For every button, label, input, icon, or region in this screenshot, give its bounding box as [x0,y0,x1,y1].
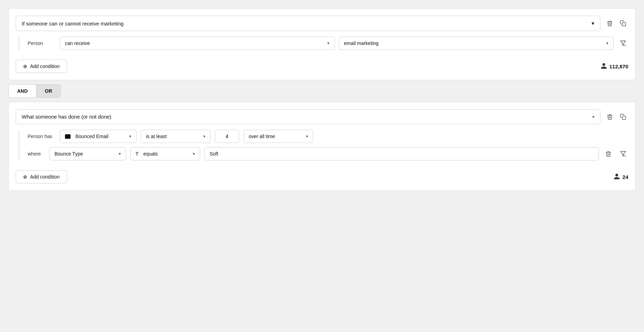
block1-add-icon: ⊕ [23,63,27,69]
block2-time-select[interactable]: over all time ▾ [243,130,313,143]
block2-operator-value: equals [144,151,158,157]
svg-line-5 [625,156,626,157]
block2-filter-value-field[interactable]: Soft [204,147,599,160]
block2-header: What someone has done (or not done) ▾ [16,109,628,124]
svg-rect-3 [622,116,626,119]
block2-event-value: Bounced Email [75,134,108,139]
block1-filter-button[interactable] [618,39,628,48]
block1-copy-button[interactable] [618,19,628,28]
block2-time-value: over all time [249,134,275,139]
block2-person-icon [613,173,620,181]
block2-time-chevron: ▾ [306,134,308,139]
block1-can-receive-chevron: ▾ [327,41,329,46]
block2-where-label: where [28,151,45,157]
block2-t-icon: T [136,151,139,157]
block1-count-badge: 112,870 [600,62,628,70]
condition-block-1: If someone can or cannot receive marketi… [8,8,636,80]
block2-count-badge: 24 [613,173,628,181]
block2-operator-chevron: ▾ [193,151,195,156]
block2-add-condition-label: Add condition [30,174,60,180]
block2-delete-button[interactable] [605,112,615,121]
block2-count-input[interactable] [215,130,239,143]
block2-copy-button[interactable] [618,112,628,121]
or-button[interactable]: OR [36,84,61,98]
block2-event-icon [65,134,71,139]
block1-header-dropdown[interactable]: If someone can or cannot receive marketi… [16,16,600,31]
block2-person-has-row: Person has Bounced Email ▾ is at least ▾… [28,130,628,143]
block1-add-condition-label: Add condition [30,63,60,69]
block2-count: 24 [622,174,628,180]
block2-event-chevron: ▾ [129,134,131,139]
svg-rect-0 [622,23,626,26]
block2-frequency-chevron: ▾ [203,134,205,139]
and-button[interactable]: AND [8,84,36,98]
block1-header: If someone can or cannot receive marketi… [16,16,628,31]
block1-email-marketing-value: email marketing [344,40,379,46]
block1-header-actions [605,19,628,28]
block2-event-select[interactable]: Bounced Email ▾ [60,130,137,143]
block2-header-label: What someone has done (or not done) [22,114,111,120]
block1-chevron-icon: ▾ [592,20,594,27]
block2-property-select[interactable]: Bounce Type ▾ [49,147,126,160]
block2-frequency-value: is at least [146,134,167,139]
block1-person-label: Person [28,40,56,46]
block1-footer: ⊕ Add condition 112,870 [16,57,628,73]
block2-header-dropdown[interactable]: What someone has done (or not done) ▾ [16,109,600,124]
block1-condition-row: Person can receive ▾ email marketing ▾ [28,37,628,50]
block1-email-marketing-chevron: ▾ [606,41,608,46]
block1-header-label: If someone can or cannot receive marketi… [22,21,124,27]
block2-person-has-label: Person has [28,134,56,139]
block2-header-actions [605,112,628,121]
block2-filter-value: Soft [210,151,218,157]
block1-email-marketing-select[interactable]: email marketing ▾ [339,37,614,50]
block1-body: Person can receive ▾ email marketing ▾ [19,37,628,50]
block2-where-row: where Bounce Type ▾ T equals ▾ Soft [28,147,628,160]
block1-can-receive-select[interactable]: can receive ▾ [60,37,335,50]
block2-where-delete-button[interactable] [603,149,614,158]
block1-can-receive-value: can receive [65,40,90,46]
block2-add-icon: ⊕ [23,174,27,180]
block2-add-condition-button[interactable]: ⊕ Add condition [16,170,67,183]
block1-delete-button[interactable] [605,19,615,28]
block1-add-condition-button[interactable]: ⊕ Add condition [16,60,67,73]
block1-person-icon [600,62,607,70]
block1-count: 112,870 [609,63,628,69]
block2-property-chevron: ▾ [119,151,121,156]
block2-where-filter-button[interactable] [618,149,628,158]
condition-block-2: What someone has done (or not done) ▾ Pe… [8,102,636,191]
and-or-row: AND OR [8,84,636,98]
svg-line-2 [625,45,626,46]
block2-property-value: Bounce Type [54,151,83,157]
block2-body: Person has Bounced Email ▾ is at least ▾… [19,130,628,160]
block2-chevron-icon: ▾ [592,114,594,119]
block2-frequency-select[interactable]: is at least ▾ [141,130,211,143]
block2-operator-select[interactable]: T equals ▾ [130,147,200,160]
block2-footer: ⊕ Add condition 24 [16,167,628,183]
